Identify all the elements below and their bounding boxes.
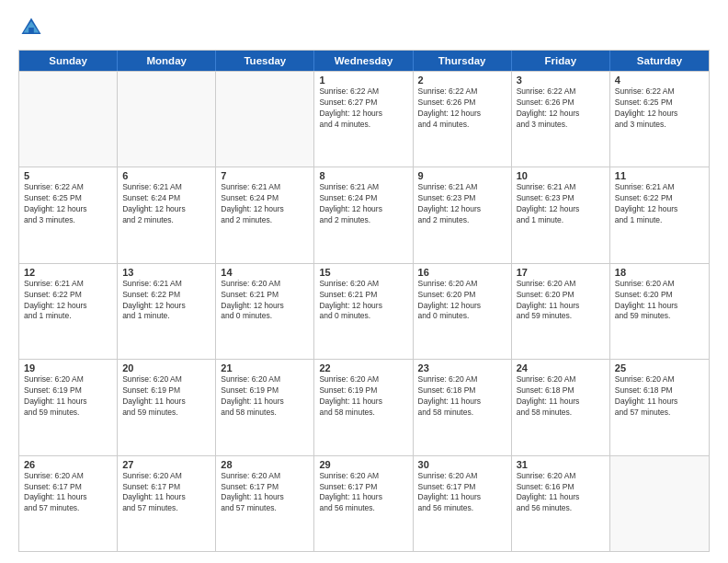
day-info: Sunrise: 6:20 AM Sunset: 6:21 PM Dayligh…: [319, 279, 407, 323]
day-number: 5: [24, 170, 112, 181]
calendar-cell: 23Sunrise: 6:20 AM Sunset: 6:18 PM Dayli…: [414, 360, 512, 454]
day-info: Sunrise: 6:20 AM Sunset: 6:17 PM Dayligh…: [122, 471, 210, 515]
calendar-cell: 15Sunrise: 6:20 AM Sunset: 6:21 PM Dayli…: [314, 264, 413, 359]
calendar-cell: 18Sunrise: 6:20 AM Sunset: 6:20 PM Dayli…: [610, 264, 709, 359]
calendar-cell: 30Sunrise: 6:20 AM Sunset: 6:17 PM Dayli…: [414, 456, 512, 551]
day-info: Sunrise: 6:21 AM Sunset: 6:22 PM Dayligh…: [615, 182, 704, 226]
calendar-cell: 7Sunrise: 6:21 AM Sunset: 6:24 PM Daylig…: [216, 167, 314, 262]
day-info: Sunrise: 6:22 AM Sunset: 6:25 PM Dayligh…: [615, 86, 704, 131]
calendar-cell: 1Sunrise: 6:22 AM Sunset: 6:27 PM Daylig…: [314, 72, 413, 167]
calendar-row: 12Sunrise: 6:21 AM Sunset: 6:22 PM Dayli…: [19, 263, 709, 359]
day-number: 3: [517, 75, 605, 86]
calendar-cell: 4Sunrise: 6:22 AM Sunset: 6:25 PM Daylig…: [610, 72, 709, 167]
cal-header-day: Tuesday: [216, 51, 314, 71]
calendar-cell: 11Sunrise: 6:21 AM Sunset: 6:22 PM Dayli…: [610, 167, 709, 262]
day-info: Sunrise: 6:21 AM Sunset: 6:22 PM Dayligh…: [24, 279, 112, 323]
day-number: 31: [517, 459, 605, 470]
calendar-body: 1Sunrise: 6:22 AM Sunset: 6:27 PM Daylig…: [19, 71, 709, 551]
day-number: 12: [24, 267, 112, 278]
calendar-cell: 25Sunrise: 6:20 AM Sunset: 6:18 PM Dayli…: [610, 360, 709, 454]
day-info: Sunrise: 6:21 AM Sunset: 6:24 PM Dayligh…: [122, 182, 210, 226]
calendar-cell: 24Sunrise: 6:20 AM Sunset: 6:18 PM Dayli…: [512, 360, 610, 454]
day-info: Sunrise: 6:20 AM Sunset: 6:17 PM Dayligh…: [24, 471, 112, 515]
day-info: Sunrise: 6:20 AM Sunset: 6:18 PM Dayligh…: [418, 374, 506, 419]
calendar-cell: 19Sunrise: 6:20 AM Sunset: 6:19 PM Dayli…: [19, 360, 118, 454]
cal-header-day: Wednesday: [314, 51, 413, 71]
day-number: 6: [122, 170, 210, 181]
calendar-row: 5Sunrise: 6:22 AM Sunset: 6:25 PM Daylig…: [19, 167, 709, 262]
calendar-row: 1Sunrise: 6:22 AM Sunset: 6:27 PM Daylig…: [19, 71, 709, 167]
day-number: 2: [418, 75, 506, 86]
day-info: Sunrise: 6:21 AM Sunset: 6:23 PM Dayligh…: [418, 182, 506, 226]
day-info: Sunrise: 6:21 AM Sunset: 6:24 PM Dayligh…: [221, 182, 309, 226]
day-info: Sunrise: 6:21 AM Sunset: 6:22 PM Dayligh…: [122, 279, 210, 323]
calendar-cell: [216, 72, 314, 167]
calendar-cell: 26Sunrise: 6:20 AM Sunset: 6:17 PM Dayli…: [19, 456, 118, 551]
day-number: 23: [418, 362, 506, 373]
day-number: 17: [517, 267, 605, 278]
day-info: Sunrise: 6:20 AM Sunset: 6:17 PM Dayligh…: [221, 471, 309, 515]
cal-header-day: Sunday: [19, 51, 118, 71]
calendar-cell: 13Sunrise: 6:21 AM Sunset: 6:22 PM Dayli…: [118, 264, 216, 359]
page: SundayMondayTuesdayWednesdayThursdayFrid…: [0, 0, 728, 563]
day-number: 8: [319, 170, 407, 181]
calendar-cell: 29Sunrise: 6:20 AM Sunset: 6:17 PM Dayli…: [314, 456, 413, 551]
day-number: 13: [122, 267, 210, 278]
calendar-cell: 28Sunrise: 6:20 AM Sunset: 6:17 PM Dayli…: [216, 456, 314, 551]
calendar-cell: 17Sunrise: 6:20 AM Sunset: 6:20 PM Dayli…: [512, 264, 610, 359]
day-number: 16: [418, 267, 506, 278]
day-number: 29: [319, 459, 407, 470]
calendar-cell: [610, 456, 709, 551]
day-info: Sunrise: 6:20 AM Sunset: 6:17 PM Dayligh…: [319, 471, 407, 515]
day-number: 10: [517, 170, 605, 181]
day-info: Sunrise: 6:20 AM Sunset: 6:18 PM Dayligh…: [517, 374, 605, 419]
day-info: Sunrise: 6:20 AM Sunset: 6:17 PM Dayligh…: [418, 471, 506, 515]
day-number: 28: [221, 459, 309, 470]
calendar-cell: 20Sunrise: 6:20 AM Sunset: 6:19 PM Dayli…: [118, 360, 216, 454]
calendar-cell: 21Sunrise: 6:20 AM Sunset: 6:19 PM Dayli…: [216, 360, 314, 454]
day-info: Sunrise: 6:20 AM Sunset: 6:19 PM Dayligh…: [221, 374, 309, 419]
day-number: 9: [418, 170, 506, 181]
cal-header-day: Thursday: [414, 51, 512, 71]
day-number: 15: [319, 267, 407, 278]
calendar-row: 19Sunrise: 6:20 AM Sunset: 6:19 PM Dayli…: [19, 359, 709, 454]
day-info: Sunrise: 6:21 AM Sunset: 6:23 PM Dayligh…: [517, 182, 605, 226]
day-info: Sunrise: 6:22 AM Sunset: 6:26 PM Dayligh…: [418, 86, 506, 131]
day-number: 30: [418, 459, 506, 470]
day-number: 25: [615, 362, 704, 373]
calendar-cell: 3Sunrise: 6:22 AM Sunset: 6:26 PM Daylig…: [512, 72, 610, 167]
day-number: 1: [319, 75, 407, 86]
calendar-header: SundayMondayTuesdayWednesdayThursdayFrid…: [19, 51, 709, 71]
cal-header-day: Friday: [512, 51, 610, 71]
day-number: 4: [615, 75, 704, 86]
calendar-cell: 14Sunrise: 6:20 AM Sunset: 6:21 PM Dayli…: [216, 264, 314, 359]
calendar-cell: [19, 72, 118, 167]
day-info: Sunrise: 6:20 AM Sunset: 6:19 PM Dayligh…: [319, 374, 407, 419]
day-info: Sunrise: 6:22 AM Sunset: 6:25 PM Dayligh…: [24, 182, 112, 226]
cal-header-day: Monday: [118, 51, 216, 71]
day-info: Sunrise: 6:21 AM Sunset: 6:24 PM Dayligh…: [319, 182, 407, 226]
svg-rect-2: [28, 28, 34, 34]
day-info: Sunrise: 6:22 AM Sunset: 6:26 PM Dayligh…: [517, 86, 605, 131]
calendar-cell: [118, 72, 216, 167]
day-info: Sunrise: 6:20 AM Sunset: 6:18 PM Dayligh…: [615, 374, 704, 419]
day-info: Sunrise: 6:20 AM Sunset: 6:19 PM Dayligh…: [122, 374, 210, 419]
calendar-cell: 10Sunrise: 6:21 AM Sunset: 6:23 PM Dayli…: [512, 167, 610, 262]
day-info: Sunrise: 6:22 AM Sunset: 6:27 PM Dayligh…: [319, 86, 407, 131]
day-number: 27: [122, 459, 210, 470]
calendar-cell: 9Sunrise: 6:21 AM Sunset: 6:23 PM Daylig…: [414, 167, 512, 262]
day-number: 7: [221, 170, 309, 181]
calendar-cell: 16Sunrise: 6:20 AM Sunset: 6:20 PM Dayli…: [414, 264, 512, 359]
calendar-cell: 12Sunrise: 6:21 AM Sunset: 6:22 PM Dayli…: [19, 264, 118, 359]
day-info: Sunrise: 6:20 AM Sunset: 6:21 PM Dayligh…: [221, 279, 309, 323]
day-number: 11: [615, 170, 704, 181]
day-info: Sunrise: 6:20 AM Sunset: 6:19 PM Dayligh…: [24, 374, 112, 419]
day-number: 21: [221, 362, 309, 373]
calendar-row: 26Sunrise: 6:20 AM Sunset: 6:17 PM Dayli…: [19, 455, 709, 551]
calendar-cell: 5Sunrise: 6:22 AM Sunset: 6:25 PM Daylig…: [19, 167, 118, 262]
day-number: 19: [24, 362, 112, 373]
day-info: Sunrise: 6:20 AM Sunset: 6:20 PM Dayligh…: [615, 279, 704, 323]
day-number: 24: [517, 362, 605, 373]
cal-header-day: Saturday: [610, 51, 709, 71]
day-number: 26: [24, 459, 112, 470]
